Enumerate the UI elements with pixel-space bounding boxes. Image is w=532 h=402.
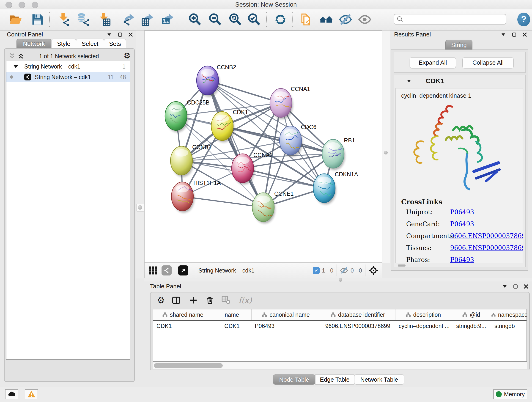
table-hscrollbar[interactable]	[153, 362, 527, 369]
table-options-gear-icon[interactable]: ⚙	[157, 295, 165, 305]
right-splitter[interactable]	[382, 31, 390, 263]
tree-expander-icon[interactable]	[13, 65, 18, 68]
table-cell[interactable]: CDK1	[153, 321, 212, 331]
table-cell[interactable]: stringdb:9...	[451, 321, 491, 331]
results-hscroll-thumb[interactable]	[398, 264, 405, 267]
crosslink-link[interactable]: P06493	[450, 209, 474, 216]
apply-layout-icon[interactable]	[273, 13, 287, 26]
panel-close-icon[interactable]	[524, 284, 528, 289]
crosshair-icon[interactable]	[369, 266, 378, 275]
panel-close-icon[interactable]	[128, 32, 133, 37]
memory-button[interactable]: Memory	[493, 389, 527, 399]
column-header-description[interactable]: description	[395, 309, 451, 320]
network-edge-HIST1H1A-CCNE1[interactable]	[182, 196, 263, 207]
column-header-name[interactable]: name	[212, 309, 252, 320]
panel-float-icon[interactable]	[512, 32, 516, 37]
column-header-canonical-name[interactable]: canonical name	[252, 309, 320, 320]
tab-network-table[interactable]: Network Table	[354, 375, 404, 385]
table-cell[interactable]: stringdb	[491, 321, 527, 331]
column-header-database-identifier[interactable]: database identifier	[320, 309, 395, 320]
show-columns-icon[interactable]	[172, 295, 181, 305]
birds-eye-view-icon[interactable]	[178, 265, 188, 275]
tab-sets[interactable]: Sets	[104, 39, 126, 49]
table-row: CDK1CDK1P064939606.ENSP00000378699cyclin…	[153, 321, 526, 331]
divider	[365, 264, 365, 276]
network-node-CDKN1A[interactable]	[313, 174, 336, 204]
export-network-icon[interactable]	[122, 13, 136, 26]
table-cell[interactable]: P06493	[252, 321, 320, 331]
selected-count: 1 - 0	[322, 267, 333, 274]
import-network-file-icon[interactable]	[57, 13, 70, 26]
tab-string[interactable]: String	[445, 40, 472, 50]
crosslink-link[interactable]: P06493	[450, 220, 474, 228]
column-header-shared-name[interactable]: shared name	[153, 309, 212, 320]
panel-collapse-icon[interactable]	[107, 33, 112, 36]
network-node-RB1[interactable]	[322, 139, 345, 170]
tab-network[interactable]: Network	[17, 39, 51, 49]
cloud-button[interactable]	[5, 389, 18, 399]
network-node-CCNE1[interactable]	[252, 193, 275, 223]
zoom-in-icon[interactable]	[188, 13, 202, 26]
expand-all-button[interactable]: Expand All	[410, 57, 456, 68]
horizontal-splitter-handle[interactable]	[339, 278, 342, 282]
open-session-button[interactable]	[9, 13, 23, 26]
show-hide-details-icon[interactable]	[339, 13, 352, 26]
grid-view-icon[interactable]	[149, 266, 157, 275]
crosslink-link[interactable]: 9606.ENSP00000378699	[450, 232, 523, 240]
right-splitter-handle[interactable]	[384, 151, 388, 154]
network-node-CCNA2[interactable]	[232, 154, 254, 185]
import-network-database-icon[interactable]	[77, 13, 90, 26]
save-session-button[interactable]	[31, 13, 44, 26]
network-node-CCNB2[interactable]	[196, 66, 220, 97]
panel-collapse-icon[interactable]	[501, 33, 506, 36]
panel-collapse-icon[interactable]	[502, 285, 507, 288]
export-image-icon[interactable]	[161, 13, 175, 26]
zoom-out-icon[interactable]	[208, 13, 222, 26]
network-view-share-icon[interactable]	[162, 265, 172, 275]
network-node-CDC6[interactable]	[279, 126, 302, 157]
highlight-eye-icon[interactable]	[358, 13, 372, 26]
selected-checkbox-icon[interactable]	[313, 267, 320, 274]
first-neighbors-icon[interactable]	[319, 13, 333, 26]
crosslink-link[interactable]: 9606.ENSP00000378699	[450, 244, 523, 251]
left-splitter[interactable]	[136, 31, 145, 279]
left-splitter-handle[interactable]	[136, 204, 144, 211]
table-cell[interactable]: CDK1	[212, 321, 252, 331]
collapse-all-button[interactable]: Collapse All	[462, 57, 514, 68]
column-header--id[interactable]: @id	[451, 309, 491, 320]
column-header-namespace[interactable]: namespace	[491, 309, 527, 320]
table-hscroll-thumb[interactable]	[154, 363, 223, 368]
network-node-HIST1H1A[interactable]	[171, 182, 194, 213]
import-table-file-icon[interactable]	[97, 13, 111, 26]
network-options-gear-icon[interactable]: ⚙	[124, 51, 131, 60]
crosslink-link[interactable]: P06493	[450, 256, 474, 263]
tab-style[interactable]: Style	[51, 39, 76, 49]
warnings-button[interactable]	[25, 389, 38, 399]
fit-selected-icon[interactable]	[247, 13, 261, 26]
tab-edge-table[interactable]: Edge Table	[315, 375, 354, 385]
export-table-icon[interactable]	[141, 13, 155, 26]
network-edge-CCNB2-CCNE1[interactable]	[208, 80, 263, 207]
search-input[interactable]	[394, 14, 506, 25]
help-button[interactable]: ?	[517, 13, 530, 26]
network-canvas[interactable]: CCNB2CCNA1CDC25BCDK1CDC6RB1CCNB1CCNA2CDK…	[144, 31, 382, 263]
fit-content-icon[interactable]	[228, 13, 242, 26]
create-column-icon[interactable]	[189, 295, 198, 305]
panel-float-icon[interactable]	[513, 284, 518, 289]
attribute-type-icon	[405, 312, 411, 317]
tab-node-table[interactable]: Node Table	[273, 375, 315, 385]
panel-float-icon[interactable]	[118, 32, 122, 37]
node-label-RB1: RB1	[344, 137, 355, 143]
table-cell[interactable]: 9606.ENSP00000378699	[320, 321, 395, 331]
network-collection-row[interactable]: String Network – cdk1 1	[6, 61, 130, 72]
panel-close-icon[interactable]	[522, 32, 527, 37]
delete-column-icon[interactable]	[206, 295, 214, 305]
tab-select[interactable]: Select	[76, 39, 104, 49]
network-row-selected[interactable]: String Network – cdk1 11 48	[6, 72, 130, 82]
node-label-CCNA1: CCNA1	[291, 86, 310, 92]
network-node-CCNB1[interactable]	[171, 146, 193, 177]
section-expander-icon[interactable]	[406, 79, 412, 83]
table-cell[interactable]: cyclin–dependent ...	[395, 321, 451, 331]
clone-network-icon[interactable]	[299, 13, 312, 26]
network-node-CDK1[interactable]	[211, 112, 234, 142]
